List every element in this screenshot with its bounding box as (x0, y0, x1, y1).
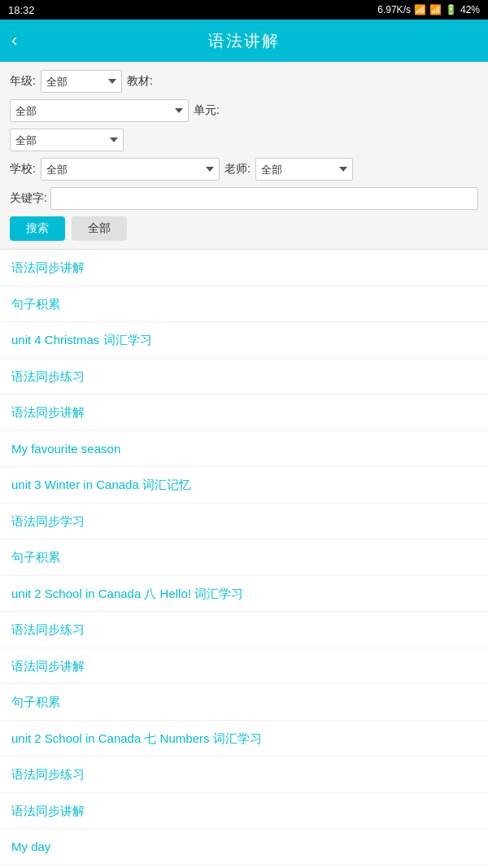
textbook-select[interactable]: 全部 (10, 99, 189, 122)
list-item[interactable]: 语法同步讲解 (0, 395, 488, 431)
unit-label: 单元: (194, 103, 220, 118)
list-section: 语法同步讲解句子积累unit 4 Christmas 词汇学习语法同步练习语法同… (0, 250, 488, 868)
list-item[interactable]: 语法同步学习 (0, 504, 488, 540)
list-item[interactable]: 语法同步讲解 (0, 793, 488, 830)
filter-section: 年级: 全部 教材: 全部 单元: 全部 学校: 全部 老师: 全部 关键字: … (0, 62, 488, 250)
keyword-label: 关键字: (10, 191, 47, 206)
status-bar: 18:32 6.97K/s 📶 📶 🔋 42% (0, 0, 488, 20)
signal-icon: 📶 (429, 4, 442, 15)
network-speed: 6.97K/s (377, 4, 411, 15)
list-item[interactable]: unit 4 Christmas 词汇学习 (0, 322, 488, 359)
wifi-icon: 📶 (414, 4, 426, 15)
all-button[interactable]: 全部 (72, 216, 127, 241)
list-item[interactable]: 语法同步练习 (0, 757, 488, 793)
page-title: 语法讲解 (208, 30, 280, 52)
grade-label: 年级: (10, 74, 36, 89)
battery-icon: 🔋 (445, 4, 457, 15)
battery-percent: 42% (460, 4, 480, 15)
status-time: 18:32 (8, 4, 35, 16)
list-item[interactable]: My day (0, 829, 488, 866)
list-item[interactable]: unit 2 School in Canada 七 Numbers 词汇学习 (0, 721, 488, 757)
filter-row-unit: 全部 (10, 129, 478, 151)
back-button[interactable]: ‹ (11, 30, 17, 51)
filter-row-grade: 年级: 全部 教材: (10, 70, 478, 93)
list-item[interactable]: unit 2 School in Canada 六 My day 词汇记忆 (0, 866, 488, 869)
school-label: 学校: (10, 162, 36, 177)
list-item[interactable]: My favourite season (0, 431, 488, 468)
filter-row-textbook: 全部 单元: (10, 99, 478, 122)
grade-select[interactable]: 全部 (41, 70, 122, 93)
list-item[interactable]: 句子积累 (0, 539, 488, 576)
teacher-select[interactable]: 全部 (255, 158, 353, 181)
list-item[interactable]: 句子积累 (0, 286, 488, 323)
teacher-label: 老师: (224, 162, 251, 177)
list-item[interactable]: unit 2 School in Canada 八 Hello! 词汇学习 (0, 576, 488, 613)
unit-select[interactable]: 全部 (10, 129, 124, 151)
list-item[interactable]: 语法同步讲解 (0, 648, 488, 685)
list-item[interactable]: 语法同步练习 (0, 612, 488, 648)
list-item[interactable]: 语法同步讲解 (0, 250, 488, 286)
search-button[interactable]: 搜索 (10, 216, 65, 241)
textbook-label: 教材: (127, 74, 153, 89)
list-item[interactable]: 语法同步练习 (0, 359, 488, 395)
filter-row-school: 学校: 全部 老师: 全部 (10, 158, 478, 181)
list-item[interactable]: 句子积累 (0, 684, 488, 721)
school-select[interactable]: 全部 (41, 158, 220, 181)
list-item[interactable]: unit 3 Winter in Canada 词汇记忆 (0, 467, 488, 504)
filter-row-keyword: 关键字: (10, 187, 478, 210)
status-right: 6.97K/s 📶 📶 🔋 42% (377, 4, 480, 15)
filter-buttons: 搜索 全部 (10, 216, 478, 241)
app-bar: ‹ 语法讲解 (0, 20, 488, 62)
keyword-input[interactable] (50, 187, 478, 210)
